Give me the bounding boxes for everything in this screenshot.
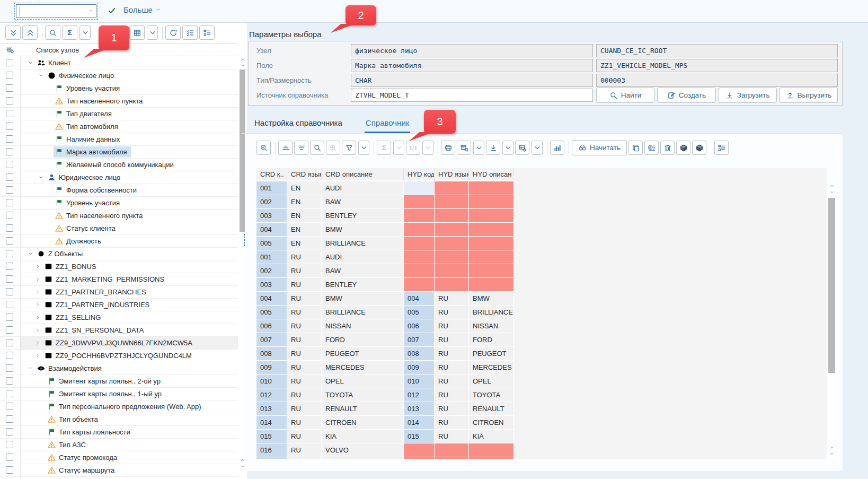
hyd-code-cell[interactable] — [404, 209, 435, 223]
tree-item-checkbox[interactable] — [6, 161, 13, 168]
crd-desc-cell[interactable]: VOLVO — [322, 443, 404, 457]
views-dropdown-button[interactable] — [473, 141, 484, 155]
crd-lang-cell[interactable]: RU — [287, 306, 322, 319]
hyd-desc-cell[interactable] — [469, 181, 514, 195]
tree-item[interactable]: Тип населенного пункта — [0, 95, 238, 108]
detail-button[interactable] — [256, 141, 271, 155]
hyd-code-cell[interactable] — [404, 278, 435, 292]
tree-item-body[interactable]: ZZ1_MARKETING_PERMISSIONS — [43, 274, 168, 285]
tree-item-content[interactable]: Клиент — [20, 57, 238, 69]
tree-item-checkbox[interactable] — [6, 237, 13, 245]
crd-lang-cell[interactable]: EN — [287, 181, 322, 195]
crd-desc-cell[interactable]: TOYOTA — [322, 388, 404, 402]
tree-item[interactable]: Тип персонального предложения (Web, App) — [0, 400, 238, 413]
tree-item-checkbox[interactable] — [6, 173, 13, 181]
sigma-dropdown-button[interactable] — [393, 141, 404, 155]
crd-desc-cell[interactable]: PEUGEOT — [322, 347, 404, 361]
tree-item-content[interactable]: ZZ1_SELLING — [20, 311, 238, 324]
tree-item-content[interactable]: Должность — [20, 235, 238, 247]
tree-item-content[interactable]: ZZ9_3DWVPVLJ3QUWN66L7FKN2MCW5A — [20, 337, 238, 349]
chevron-down-icon[interactable] — [37, 175, 45, 180]
chevron-right-icon[interactable] — [33, 289, 42, 295]
hyd-lang-cell[interactable]: RU — [435, 333, 469, 347]
tree-item[interactable]: Тип автомобиля — [0, 120, 238, 133]
scroll-up-icon[interactable] — [240, 57, 245, 62]
hyd-lang-cell[interactable]: RU — [435, 361, 469, 375]
chevrons-down-button[interactable] — [5, 25, 21, 40]
grid-row[interactable]: 004RUBMW004RUBMW — [256, 292, 827, 306]
tree-item-content[interactable]: Взаимодействия — [20, 362, 238, 375]
crd-lang-cell[interactable]: RU — [287, 292, 322, 306]
hyd-lang-cell[interactable] — [435, 237, 469, 250]
tree-item[interactable]: Уровень участия — [0, 82, 238, 95]
find-button[interactable]: Найти — [596, 88, 654, 103]
hyd-code-cell[interactable] — [404, 264, 435, 278]
grid-row[interactable]: 007RUFORD007RUFORD — [256, 333, 827, 347]
crd-desc-cell[interactable]: BRILLIANCE — [322, 306, 404, 319]
hyd-desc-cell[interactable] — [469, 237, 514, 250]
tree-item-content[interactable]: Юридическое лицо — [20, 171, 238, 184]
tree-item-checkbox[interactable] — [6, 110, 13, 117]
hyd-code-cell[interactable]: 012 — [404, 388, 435, 402]
crd-code-cell[interactable]: 016 — [256, 443, 287, 457]
scroll-thumb[interactable] — [828, 198, 835, 373]
hyd-code-cell[interactable] — [404, 237, 435, 250]
tree-item-content[interactable]: Тип карты лояльности — [20, 426, 238, 438]
grid-row[interactable]: 013RURENAULT013RURENAULT — [256, 402, 827, 416]
crd-code-cell[interactable] — [256, 457, 287, 459]
hyd-code-cell[interactable] — [404, 250, 435, 264]
crd-desc-cell[interactable]: NISSAN — [322, 319, 404, 333]
tree-item-checkbox[interactable] — [6, 339, 13, 346]
grid-row[interactable]: 015RUKIA015RUKIA — [256, 430, 827, 443]
tree-item-checkbox[interactable] — [6, 441, 13, 448]
tree-item-body[interactable]: Наличие данных — [54, 134, 123, 145]
tree-item-body[interactable]: Тип персонального предложения (Web, App) — [46, 401, 205, 412]
chevron-down-icon[interactable] — [26, 251, 34, 257]
crd-lang-cell[interactable] — [287, 457, 322, 459]
sigma-frac-dropdown-button[interactable] — [422, 141, 433, 155]
tree-item[interactable]: Тип двигателя — [0, 108, 238, 120]
tree-item-body[interactable]: ZZ1_PARTNER_BRANCHES — [43, 286, 150, 298]
hyd-desc-cell[interactable]: TOYOTA — [469, 388, 514, 402]
tree-item-content[interactable]: Уровень участия — [20, 82, 238, 94]
crd-lang-cell[interactable]: RU — [287, 361, 322, 375]
crd-desc-cell[interactable] — [322, 457, 404, 459]
filter-button[interactable] — [342, 141, 356, 155]
crd-lang-cell[interactable]: RU — [287, 333, 322, 347]
tab-reference[interactable]: Справочник — [365, 118, 411, 133]
param-value-field[interactable]: Марка автомобиля — [351, 59, 593, 72]
crd-desc-cell[interactable]: BAW — [322, 264, 404, 278]
tree-item-content[interactable]: Эмитент карты лояльн., 2-ой ур — [20, 375, 238, 387]
tree-item[interactable]: Взаимодействия — [0, 362, 238, 375]
layout-button[interactable] — [515, 141, 529, 155]
tree-item-content[interactable]: Желаемый способ коммуникации — [20, 159, 238, 171]
crd-desc-cell[interactable]: CITROEN — [322, 416, 404, 430]
tree-item-checkbox[interactable] — [6, 403, 13, 410]
tree-item-content[interactable]: ZZ1_PARTNER_INDUSTRIES — [20, 299, 238, 311]
printer-button[interactable] — [441, 141, 455, 155]
tab-reference-settings[interactable]: Настройка справочника — [253, 118, 343, 133]
chevron-down-icon[interactable] — [37, 73, 45, 79]
tree-item[interactable]: Уровень участия — [0, 197, 238, 210]
tree-item[interactable]: Статус промокода — [0, 451, 238, 464]
tree-item-content[interactable]: Статус клиента — [20, 222, 238, 234]
chevron-down-icon[interactable] — [26, 365, 34, 371]
hyd-desc-cell[interactable] — [469, 195, 514, 209]
hyd-desc-cell[interactable] — [469, 250, 514, 264]
hyd-code-cell[interactable] — [404, 223, 435, 237]
tree-item-checkbox[interactable] — [6, 263, 13, 270]
sort-asc-button[interactable] — [278, 141, 293, 155]
tree-item[interactable]: Физическое лицо — [0, 69, 238, 82]
tree-item[interactable]: Тип АЗС — [0, 439, 238, 451]
tree-item-checkbox[interactable] — [6, 59, 13, 66]
hyd-lang-cell[interactable]: RU — [435, 430, 469, 443]
export-button[interactable] — [486, 141, 500, 155]
tree-item[interactable]: Тип объекта — [0, 413, 238, 426]
tree-item-checkbox[interactable] — [6, 288, 13, 295]
grid-column-header[interactable]: CRD к.. — [256, 168, 287, 181]
hyd-code-cell[interactable] — [404, 443, 435, 457]
unload-button[interactable]: Выгрузить — [780, 88, 838, 103]
tree-item-checkbox[interactable] — [6, 415, 13, 423]
grid-row[interactable]: 001RUAUDI — [256, 250, 827, 264]
tree-item-checkbox[interactable] — [6, 275, 13, 283]
